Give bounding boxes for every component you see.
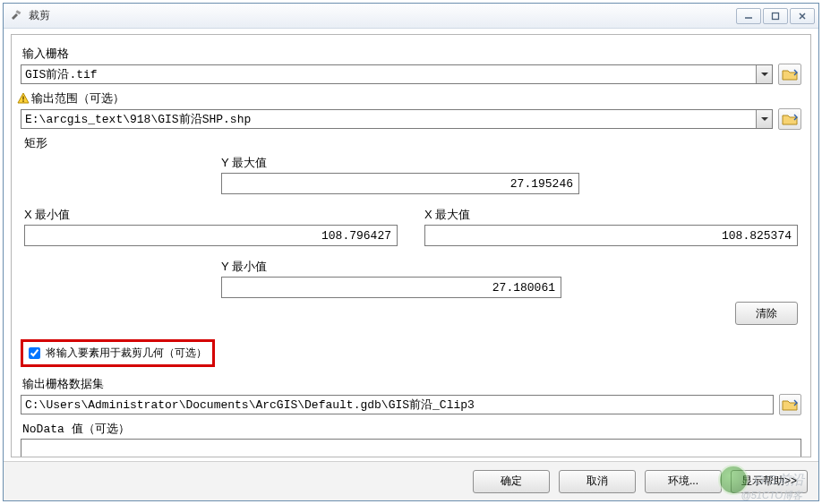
chevron-down-icon[interactable] (756, 65, 772, 83)
use-features-label: 将输入要素用于裁剪几何（可选） (46, 346, 207, 361)
watermark-subtext: @51CTO博客 (741, 489, 802, 502)
input-raster-combo[interactable] (21, 64, 773, 84)
nodata-label: NoData 值（可选） (22, 421, 801, 437)
browse-input-raster-button[interactable] (778, 64, 801, 85)
environments-button[interactable]: 环境... (645, 470, 722, 493)
svg-rect-4 (22, 100, 24, 102)
clip-tool-window: 裁剪 输入栅格 输出范围（可选） (3, 3, 819, 501)
maximize-button[interactable] (763, 8, 788, 24)
x-max-input[interactable] (424, 225, 798, 246)
window-controls (736, 8, 815, 24)
clear-extent-button[interactable]: 清除 (735, 302, 798, 325)
input-raster-input[interactable] (21, 68, 756, 81)
y-max-label: Y 最大值 (221, 155, 579, 171)
y-min-input[interactable] (221, 277, 561, 298)
hammer-icon (9, 9, 23, 23)
output-extent-label: 输出范围（可选） (17, 90, 801, 107)
form-panel: 输入栅格 输出范围（可选） 矩形 (11, 34, 811, 457)
use-features-checkbox[interactable] (29, 347, 40, 359)
output-raster-input[interactable] (21, 395, 774, 414)
output-raster-label: 输出栅格数据集 (22, 376, 801, 392)
svg-rect-2 (773, 13, 779, 19)
y-min-label: Y 最小值 (221, 259, 579, 275)
browse-output-raster-button[interactable] (779, 394, 801, 415)
highlighted-option: 将输入要素用于裁剪几何（可选） (21, 339, 215, 367)
output-extent-combo[interactable] (21, 109, 773, 129)
browse-output-extent-button[interactable] (778, 108, 801, 130)
rectangle-label: 矩形 (24, 135, 801, 151)
x-max-label: X 最大值 (424, 207, 798, 223)
cancel-button[interactable]: 取消 (559, 470, 636, 493)
output-extent-input[interactable] (21, 113, 756, 126)
ok-button[interactable]: 确定 (473, 470, 550, 493)
chevron-down-icon[interactable] (756, 110, 772, 128)
minimize-button[interactable] (736, 8, 761, 24)
close-button[interactable] (790, 8, 815, 24)
nodata-input[interactable] (21, 439, 801, 457)
input-raster-label: 输入栅格 (22, 46, 801, 62)
x-min-input[interactable] (24, 225, 398, 246)
x-min-label: X 最小值 (24, 207, 398, 223)
warning-icon (17, 92, 30, 105)
titlebar: 裁剪 (4, 4, 818, 29)
window-title: 裁剪 (29, 8, 50, 23)
dialog-footer: 确定 取消 环境... 显示帮助>> (4, 461, 818, 500)
svg-rect-3 (22, 97, 24, 100)
y-max-input[interactable] (221, 173, 579, 194)
extent-inputs: Y 最大值 X 最小值 X 最大值 Y 最小值 (24, 155, 798, 325)
